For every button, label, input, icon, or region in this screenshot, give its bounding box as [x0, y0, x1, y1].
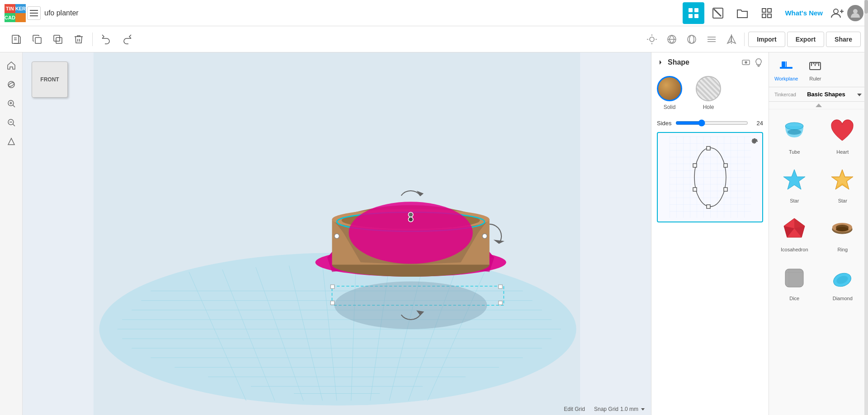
project-name-area: ufo planter — [27, 6, 79, 20]
tube-label: Tube — [789, 149, 800, 155]
right-scrollbar-thumb[interactable] — [864, 0, 868, 14]
star-gold-icon — [827, 165, 859, 196]
heart-icon — [827, 116, 859, 147]
hole-label: Hole — [703, 104, 714, 110]
zoom-out-tool[interactable] — [3, 114, 20, 131]
logo[interactable]: TIN KER CAD — [5, 4, 23, 22]
svg-rect-8 — [768, 14, 771, 18]
svg-rect-16 — [35, 38, 41, 43]
svg-rect-100 — [780, 67, 793, 69]
viewport[interactable]: FRONT — [23, 52, 651, 415]
svg-rect-99 — [724, 188, 727, 191]
tools-button[interactable] — [707, 2, 729, 24]
redo-button[interactable] — [118, 30, 136, 48]
shape-chevron-icon[interactable] — [657, 59, 664, 66]
snap-grid-value: 1.0 mm — [620, 406, 638, 412]
hamburger-button[interactable] — [27, 6, 41, 20]
snap-grid-label: Snap Grid — [594, 406, 618, 412]
user-avatar[interactable] — [847, 5, 863, 21]
svg-rect-94 — [707, 146, 710, 150]
diamond-label: Diamond — [833, 296, 853, 301]
shape-view-button[interactable] — [663, 30, 681, 48]
right-scrollbar[interactable] — [864, 0, 868, 415]
sides-label: Sides — [657, 120, 672, 127]
svg-rect-70 — [330, 301, 334, 305]
svg-rect-96 — [693, 164, 697, 167]
star-teal-label: Star — [790, 198, 799, 203]
new-button[interactable] — [7, 30, 25, 48]
star-gold-shape-item[interactable]: Star — [821, 162, 865, 206]
project-name[interactable]: ufo planter — [44, 9, 79, 17]
logo-tin: TIN — [5, 4, 15, 13]
dice-shape-item[interactable]: Dice — [773, 259, 816, 304]
icosahedron-label: Icosahedron — [781, 247, 808, 252]
tube-shape-item[interactable]: Tube — [773, 113, 816, 157]
preview-settings-icon[interactable] — [750, 137, 759, 146]
shapes-grid: Tube Heart Star — [773, 113, 864, 304]
export-button[interactable]: Export — [787, 32, 824, 47]
svg-point-25 — [688, 35, 696, 43]
diamond-shape-item[interactable]: Diamond — [821, 259, 865, 304]
duplicate-button[interactable] — [49, 30, 67, 48]
perspective-tool[interactable] — [3, 133, 20, 150]
toolbar2-separator — [744, 33, 745, 46]
mirror-button[interactable] — [722, 30, 741, 48]
sides-slider[interactable] — [675, 119, 748, 127]
shapes-scroll[interactable]: Tube Heart Star — [769, 109, 868, 415]
snap-grid-area[interactable]: Snap Grid 1.0 mm — [594, 406, 646, 412]
shape-preview-svg — [670, 137, 751, 218]
whats-new-button[interactable]: What's New — [780, 9, 827, 17]
svg-marker-31 — [731, 35, 736, 43]
component-button[interactable] — [756, 2, 778, 24]
home-tool[interactable] — [3, 57, 20, 74]
svg-point-82 — [408, 217, 413, 222]
ruler-button[interactable]: Ruler — [807, 58, 823, 81]
svg-marker-109 — [857, 94, 862, 96]
light-view-button[interactable] — [643, 30, 661, 48]
hamburger-line — [30, 15, 38, 16]
svg-rect-18 — [56, 38, 62, 43]
topbar-right: What's New — [683, 2, 863, 24]
svg-rect-0 — [689, 8, 693, 12]
delete-button[interactable] — [70, 30, 88, 48]
svg-rect-6 — [768, 9, 771, 12]
solid-sphere — [657, 76, 682, 101]
svg-marker-87 — [660, 60, 661, 65]
visibility-icon[interactable] — [741, 58, 750, 67]
svg-rect-17 — [54, 35, 60, 41]
import-button[interactable]: Import — [748, 32, 785, 47]
svg-point-81 — [482, 234, 487, 239]
zoom-in-tool[interactable] — [3, 95, 20, 112]
copy-button[interactable] — [28, 30, 46, 48]
svg-point-78 — [349, 202, 472, 264]
hole-type[interactable]: Hole — [696, 76, 721, 110]
add-user-button[interactable] — [830, 6, 844, 20]
svg-rect-7 — [762, 14, 766, 18]
workplane-button[interactable]: Workplane — [774, 58, 798, 81]
scroll-up-indicator[interactable] — [769, 102, 868, 109]
undo-button[interactable] — [97, 30, 115, 48]
hole-sphere — [696, 76, 721, 101]
folder-button[interactable] — [731, 2, 753, 24]
lightbulb-icon[interactable] — [754, 58, 763, 67]
ring-icon — [827, 213, 859, 245]
library-dropdown-icon[interactable] — [856, 91, 863, 98]
wireframe-button[interactable] — [683, 30, 701, 48]
heart-label: Heart — [836, 149, 849, 155]
align-button[interactable] — [703, 30, 721, 48]
icosahedron-shape-item[interactable]: Icosahedron — [773, 211, 816, 255]
grid-view-button[interactable] — [683, 2, 704, 24]
svg-point-19 — [650, 37, 654, 42]
ring-shape-item[interactable]: Ring — [821, 211, 865, 255]
heart-shape-item[interactable]: Heart — [821, 113, 865, 157]
logo-cad: CAD — [5, 13, 15, 22]
svg-point-12 — [853, 9, 858, 14]
solid-type[interactable]: Solid — [657, 76, 682, 110]
svg-point-72 — [335, 282, 487, 330]
star-teal-shape-item[interactable]: Star — [773, 162, 816, 206]
orbit-tool[interactable] — [3, 76, 20, 93]
shape-header-icons — [741, 58, 763, 67]
share-button[interactable]: Share — [826, 32, 861, 47]
svg-point-89 — [745, 61, 747, 63]
edit-grid-label[interactable]: Edit Grid — [564, 406, 585, 412]
